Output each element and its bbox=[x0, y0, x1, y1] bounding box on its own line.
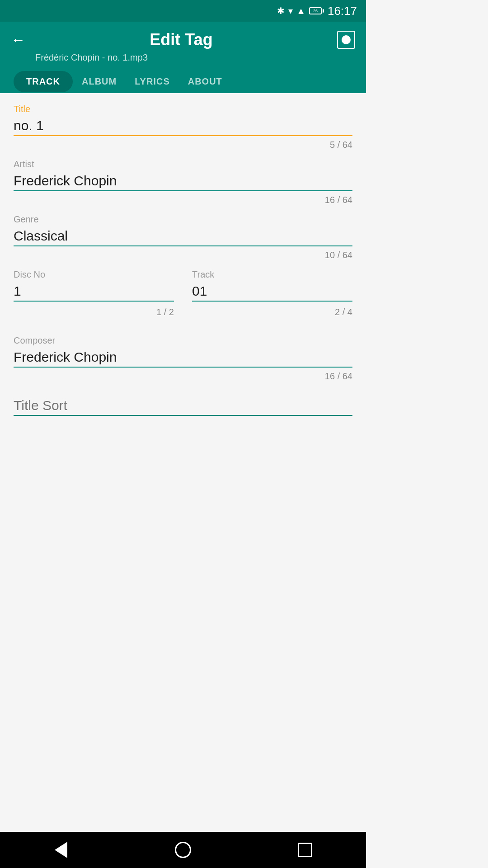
artist-char-count: 16 / 64 bbox=[14, 195, 352, 205]
composer-field-group: Composer bbox=[14, 335, 352, 368]
back-arrow-icon: ← bbox=[11, 32, 25, 48]
genre-field-group: Genre bbox=[14, 214, 352, 246]
page-title: Edit Tag bbox=[150, 30, 212, 49]
status-icons: ✱ ▾ ▲ 16:17 bbox=[277, 4, 357, 18]
status-bar: ✱ ▾ ▲ 16:17 bbox=[0, 0, 366, 22]
discno-label: Disc No bbox=[14, 269, 174, 280]
artist-input[interactable] bbox=[14, 171, 352, 191]
title-label: Title bbox=[14, 104, 352, 114]
genre-input[interactable] bbox=[14, 226, 352, 246]
genre-label: Genre bbox=[14, 214, 352, 225]
back-button[interactable]: ← bbox=[9, 30, 27, 50]
nav-home-button[interactable] bbox=[169, 836, 197, 863]
nav-recents-button[interactable] bbox=[291, 836, 319, 863]
tab-album[interactable]: ALBUM bbox=[73, 70, 126, 93]
bluetooth-icon: ✱ bbox=[277, 5, 285, 16]
composer-input[interactable] bbox=[14, 348, 352, 368]
artist-field-group: Artist bbox=[14, 159, 352, 191]
battery-icon bbox=[309, 7, 324, 14]
tab-about[interactable]: ABOUT bbox=[179, 70, 231, 93]
disc-track-row: Disc No Track bbox=[14, 269, 352, 305]
track-input[interactable] bbox=[192, 282, 352, 302]
content-area: Title 5 / 64 Artist 16 / 64 Genre 10 / 6… bbox=[0, 93, 366, 430]
title-input[interactable] bbox=[14, 116, 352, 136]
nav-back-button[interactable] bbox=[47, 836, 75, 863]
home-nav-icon bbox=[175, 842, 191, 858]
status-time: 16:17 bbox=[328, 4, 357, 18]
title-char-count: 5 / 64 bbox=[14, 140, 352, 150]
save-icon bbox=[337, 31, 355, 49]
discno-char-count: 1 / 2 bbox=[14, 307, 174, 317]
bottom-nav bbox=[0, 832, 366, 868]
discno-field-group: Disc No bbox=[14, 269, 174, 302]
file-subtitle: Frédéric Chopin - no. 1.mp3 bbox=[35, 52, 357, 63]
composer-char-count: 16 / 64 bbox=[14, 371, 352, 382]
discno-input[interactable] bbox=[14, 282, 174, 302]
back-nav-icon bbox=[55, 842, 67, 858]
tab-bar: TRACK ALBUM LYRICS ABOUT bbox=[9, 70, 357, 93]
track-field-group: Track bbox=[192, 269, 352, 302]
titlesort-input[interactable] bbox=[14, 396, 352, 416]
titlesort-field-group bbox=[14, 396, 352, 416]
tab-lyrics[interactable]: LYRICS bbox=[126, 70, 179, 93]
app-bar: ← Edit Tag Frédéric Chopin - no. 1.mp3 T… bbox=[0, 22, 366, 93]
track-char-count: 2 / 4 bbox=[192, 307, 352, 317]
composer-label: Composer bbox=[14, 335, 352, 346]
tab-track[interactable]: TRACK bbox=[14, 71, 73, 92]
artist-label: Artist bbox=[14, 159, 352, 170]
app-bar-top: ← Edit Tag bbox=[9, 29, 357, 51]
signal-icon: ▲ bbox=[296, 6, 305, 16]
save-button[interactable] bbox=[335, 29, 357, 51]
genre-char-count: 10 / 64 bbox=[14, 250, 352, 260]
title-field-group: Title bbox=[14, 104, 352, 136]
disc-track-char-counts: 1 / 2 2 / 4 bbox=[14, 305, 352, 326]
recents-nav-icon bbox=[298, 843, 312, 857]
wifi-icon: ▾ bbox=[288, 5, 293, 16]
track-label: Track bbox=[192, 269, 352, 280]
